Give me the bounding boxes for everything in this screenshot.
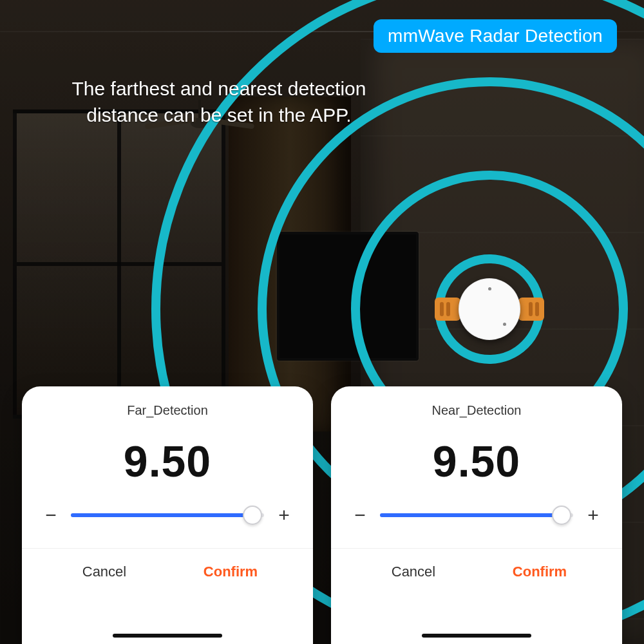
cancel-button[interactable]: Cancel [350, 549, 477, 595]
title-badge: mmWave Radar Detection [374, 19, 617, 53]
slider-track[interactable] [380, 513, 573, 517]
subtitle-text: The farthest and nearest detection dista… [39, 76, 399, 128]
sensor-device [441, 277, 538, 341]
confirm-button[interactable]: Confirm [167, 549, 294, 595]
slider-fill [71, 513, 252, 517]
slider-knob[interactable] [243, 506, 262, 525]
plus-button[interactable]: + [274, 504, 294, 526]
slider-fill [380, 513, 562, 517]
mount-bracket-left [435, 298, 460, 321]
card-title: Near_Detection [350, 403, 603, 418]
card-value: 9.50 [41, 436, 294, 486]
card-near-detection: Near_Detection 9.50 − + Cancel Confirm [331, 386, 622, 644]
card-value: 9.50 [350, 436, 603, 486]
mount-bracket-right [518, 298, 544, 321]
slider-knob[interactable] [552, 506, 571, 525]
card-title: Far_Detection [41, 403, 294, 418]
slider-row: − + [41, 504, 294, 526]
confirm-button[interactable]: Confirm [477, 549, 603, 595]
sensor-hole-icon [503, 323, 506, 326]
card-actions: Cancel Confirm [41, 549, 294, 595]
card-actions: Cancel Confirm [350, 549, 603, 595]
slider-track[interactable] [71, 513, 264, 517]
card-far-detection: Far_Detection 9.50 − + Cancel Confirm [22, 386, 313, 644]
minus-button[interactable]: − [41, 504, 61, 526]
stage: mmWave Radar Detection The farthest and … [0, 0, 644, 644]
slider-row: − + [350, 504, 603, 526]
cancel-button[interactable]: Cancel [41, 549, 167, 595]
settings-cards: Far_Detection 9.50 − + Cancel Confirm Ne… [22, 386, 622, 644]
home-indicator [422, 634, 531, 638]
sensor-puck [459, 278, 520, 340]
plus-button[interactable]: + [583, 504, 603, 526]
minus-button[interactable]: − [350, 504, 370, 526]
home-indicator [113, 634, 222, 638]
sensor-hole-icon [488, 287, 491, 290]
